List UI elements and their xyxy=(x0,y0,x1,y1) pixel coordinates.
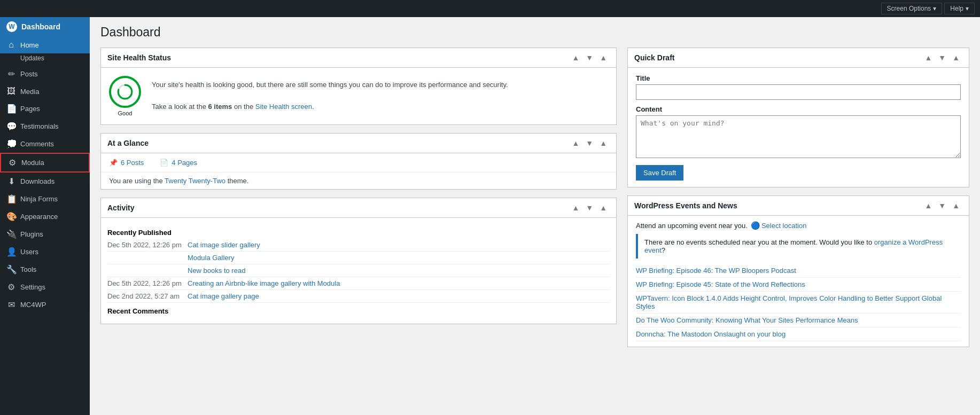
sidebar-item-mc4wp[interactable]: ✉ MC4WP xyxy=(0,296,90,314)
sidebar-item-label-plugins: Plugins xyxy=(20,230,43,238)
health-circle-svg xyxy=(116,83,134,100)
sidebar-item-updates[interactable]: Updates xyxy=(0,53,90,65)
wp-events-collapse-down[interactable]: ▼ xyxy=(936,200,948,211)
activity-item-2: New books to read xyxy=(107,264,610,277)
posts-count-link[interactable]: 6 Posts xyxy=(121,159,144,167)
location-dot-icon: 🔵 xyxy=(751,221,760,230)
news-link-2[interactable]: WPTavern: Icon Block 1.4.0 Adds Height C… xyxy=(636,294,942,310)
activity-item-3: Dec 5th 2022, 12:26 pm Creating an Airbn… xyxy=(107,277,610,290)
site-health-collapse-down[interactable]: ▼ xyxy=(583,52,596,63)
page-doc-icon: 📄 xyxy=(160,159,168,167)
news-item-1: WP Briefing: Episode 45: State of the Wo… xyxy=(636,278,961,292)
site-health-body: Good Your site's health is looking good,… xyxy=(101,68,616,124)
settings-icon: ⚙ xyxy=(6,282,16,292)
recent-comments-label: Recent Comments xyxy=(107,303,610,317)
theme-link[interactable]: Twenty Twenty-Two xyxy=(165,177,225,185)
page-title: Dashboard xyxy=(100,25,969,40)
sidebar-item-comments[interactable]: 💭 Comments xyxy=(0,135,90,153)
sidebar-item-label-downloads: Downloads xyxy=(20,177,55,185)
sidebar-item-modula[interactable]: ⚙ Modula xyxy=(0,153,90,173)
quick-draft-title: Quick Draft xyxy=(634,53,674,62)
home-icon: ⌂ xyxy=(6,40,16,50)
appearance-icon: 🎨 xyxy=(6,212,16,222)
quick-draft-close[interactable]: ▲ xyxy=(950,52,962,63)
news-link-0[interactable]: WP Briefing: Episode 46: The WP Bloopers… xyxy=(636,267,796,275)
site-health-collapse-up[interactable]: ▲ xyxy=(569,52,582,63)
health-items-count: 6 items xyxy=(208,103,232,111)
mc4wp-icon: ✉ xyxy=(6,300,16,310)
screen-options-label: Screen Options xyxy=(887,5,931,12)
activity-collapse-down[interactable]: ▼ xyxy=(583,202,596,213)
activity-close[interactable]: ▲ xyxy=(597,202,610,213)
news-item-3: Do The Woo Community: Knowing What Your … xyxy=(636,314,961,327)
left-column: Site Health Status ▲ ▼ ▲ xyxy=(100,48,617,347)
wp-events-title: WordPress Events and News xyxy=(634,201,737,210)
sidebar-item-testimonials[interactable]: 💬 Testimonials xyxy=(0,118,90,135)
sidebar-item-label-users: Users xyxy=(20,248,38,256)
sidebar-item-label-modula: Modula xyxy=(21,159,44,167)
help-chevron: ▾ xyxy=(966,5,969,12)
site-health-controls: ▲ ▼ ▲ xyxy=(569,52,610,63)
news-link-1[interactable]: WP Briefing: Episode 45: State of the Wo… xyxy=(636,280,805,288)
sidebar-item-downloads[interactable]: ⬇ Downloads xyxy=(0,173,90,190)
activity-collapse-up[interactable]: ▲ xyxy=(569,202,582,213)
activity-link-0[interactable]: Cat image slider gallery xyxy=(188,241,260,249)
quick-draft-controls: ▲ ▼ ▲ xyxy=(922,52,962,63)
sidebar-item-pages[interactable]: 📄 Pages xyxy=(0,100,90,118)
health-circle xyxy=(109,76,141,108)
activity-link-3[interactable]: Creating an Airbnb-like image gallery wi… xyxy=(188,279,340,287)
select-location-link[interactable]: 🔵 Select location xyxy=(751,221,807,230)
pages-count-link[interactable]: 4 Pages xyxy=(172,159,197,167)
activity-date-3: Dec 5th 2022, 12:26 pm xyxy=(107,279,182,287)
wp-events-widget: WordPress Events and News ▲ ▼ ▲ Attend a… xyxy=(627,195,969,347)
comments-icon: 💭 xyxy=(6,139,16,149)
activity-body: Recently Published Dec 5th 2022, 12:26 p… xyxy=(101,218,616,324)
wp-events-close[interactable]: ▲ xyxy=(950,200,962,211)
draft-content-textarea[interactable] xyxy=(636,115,961,158)
modula-icon: ⚙ xyxy=(7,158,17,168)
sidebar-item-media[interactable]: 🖼 Media xyxy=(0,83,90,100)
activity-link-4[interactable]: Cat image gallery page xyxy=(188,292,259,300)
sidebar-item-posts[interactable]: ✏ Posts xyxy=(0,65,90,83)
title-label: Title xyxy=(636,74,961,82)
news-link-3[interactable]: Do The Woo Community: Knowing What Your … xyxy=(636,316,858,324)
sidebar-item-settings[interactable]: ⚙ Settings xyxy=(0,278,90,296)
activity-date-4: Dec 2nd 2022, 5:27 am xyxy=(107,292,182,300)
sidebar-item-ninja-forms[interactable]: 📋 Ninja Forms xyxy=(0,190,90,208)
activity-item-4: Dec 2nd 2022, 5:27 am Cat image gallery … xyxy=(107,290,610,303)
glance-collapse-up[interactable]: ▲ xyxy=(569,138,582,148)
sidebar-item-appearance[interactable]: 🎨 Appearance xyxy=(0,208,90,225)
site-health-close[interactable]: ▲ xyxy=(597,52,610,63)
sidebar-item-home[interactable]: ⌂ Home xyxy=(0,36,90,53)
glance-close[interactable]: ▲ xyxy=(597,138,610,148)
sidebar-item-label-pages: Pages xyxy=(20,105,40,113)
posts-icon: ✏ xyxy=(6,69,16,79)
sidebar-logo[interactable]: W Dashboard xyxy=(0,17,90,36)
quick-draft-collapse-down[interactable]: ▼ xyxy=(936,52,948,63)
activity-controls: ▲ ▼ ▲ xyxy=(569,202,610,213)
wp-events-collapse-up[interactable]: ▲ xyxy=(922,200,935,211)
users-icon: 👤 xyxy=(6,247,16,257)
news-item-4: Donncha: The Mastodon Onslaught on your … xyxy=(636,327,961,341)
screen-options-button[interactable]: Screen Options ▾ xyxy=(881,3,943,14)
media-icon: 🖼 xyxy=(6,87,16,96)
activity-date-0: Dec 5th 2022, 12:26 pm xyxy=(107,241,182,249)
glance-collapse-down[interactable]: ▼ xyxy=(583,138,596,148)
sidebar-item-tools[interactable]: 🔧 Tools xyxy=(0,261,90,278)
health-status-label: Good xyxy=(118,110,133,116)
activity-link-1[interactable]: Modula Gallery xyxy=(188,254,234,262)
news-link-4[interactable]: Donncha: The Mastodon Onslaught on your … xyxy=(636,330,785,338)
quick-draft-collapse-up[interactable]: ▲ xyxy=(922,52,935,63)
draft-title-input[interactable] xyxy=(636,84,961,100)
at-a-glance-header: At a Glance ▲ ▼ ▲ xyxy=(101,134,616,153)
activity-link-2[interactable]: New books to read xyxy=(188,267,245,275)
sidebar-item-users[interactable]: 👤 Users xyxy=(0,243,90,261)
save-draft-button[interactable]: Save Draft xyxy=(636,165,683,181)
right-column: Quick Draft ▲ ▼ ▲ Title Content Save Dra… xyxy=(627,48,969,347)
glance-theme: You are using the Twenty Twenty-Two them… xyxy=(101,172,616,189)
sidebar-item-plugins[interactable]: 🔌 Plugins xyxy=(0,225,90,243)
ninja-forms-icon: 📋 xyxy=(6,194,16,204)
help-button[interactable]: Help ▾ xyxy=(944,3,975,14)
site-health-link[interactable]: Site Health screen xyxy=(255,103,312,111)
pages-stat: 📄 4 Pages xyxy=(160,159,197,167)
